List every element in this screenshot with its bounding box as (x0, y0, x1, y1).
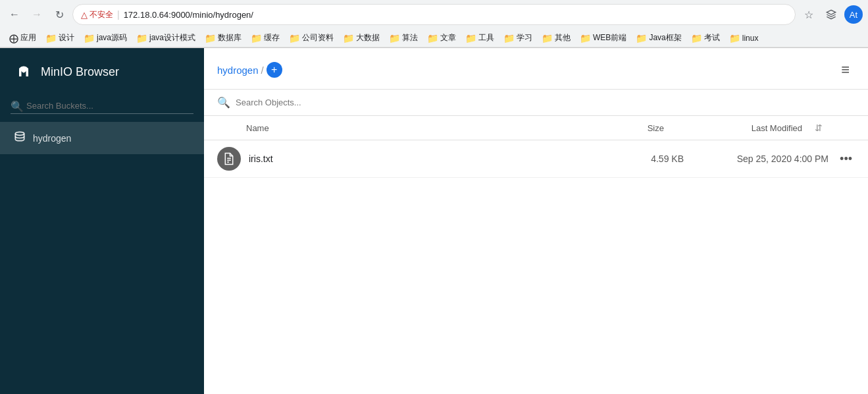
folder-icon: 📁 (427, 33, 438, 43)
bookmark-algorithm[interactable]: 📁 算法 (385, 31, 422, 45)
folder-icon: 📁 (580, 33, 591, 43)
app-container: MinIO Browser 🔍 hydrogen (0, 48, 868, 394)
col-sort-icon[interactable]: ⇵ (809, 123, 829, 133)
folder-icon: 📁 (503, 33, 515, 43)
col-size-header: Size (585, 123, 664, 133)
col-modified-header: Last Modified (664, 123, 809, 133)
folder-icon: 📁 (251, 33, 262, 43)
search-objects-input[interactable] (236, 98, 855, 107)
bookmarks-bar: ⨁ 应用 📁 设计 📁 java源码 📁 java设计模式 📁 数据库 📁 缓存… (0, 29, 868, 47)
bookmark-star-button[interactable]: ☆ (800, 5, 818, 24)
file-icon-cell (217, 147, 246, 171)
header-menu-button[interactable]: ≡ (836, 59, 855, 81)
extensions-button[interactable] (822, 5, 840, 24)
apps-icon: ⨁ (9, 33, 18, 43)
bucket-label-hydrogen: hydrogen (33, 133, 71, 144)
col-name-header: Name (246, 123, 585, 133)
breadcrumb-bucket-link[interactable]: hydrogen (217, 65, 259, 76)
bookmark-java-source[interactable]: 📁 java源码 (80, 31, 131, 45)
folder-icon: 📁 (636, 33, 647, 43)
folder-icon: 📁 (691, 33, 702, 43)
bookmark-article-label: 文章 (440, 32, 456, 43)
browser-toolbar: ← → ↻ △ 不安全 | ☆ At (0, 0, 868, 29)
bookmark-linux[interactable]: 📁 linux (725, 32, 763, 45)
main-content: hydrogen / + ≡ 🔍 Name Size Last Modified… (204, 48, 868, 394)
bookmark-java-framework[interactable]: 📁 Java框架 (632, 31, 685, 45)
warning-icon: △ (81, 10, 88, 20)
bookmark-java-pattern[interactable]: 📁 java设计模式 (132, 31, 199, 45)
security-warning: △ 不安全 (81, 9, 113, 20)
bookmark-bigdata[interactable]: 📁 大数据 (339, 31, 384, 45)
bookmark-apps-label: 应用 (20, 32, 36, 43)
folder-icon: 📁 (45, 33, 57, 43)
bookmark-company-label: 公司资料 (302, 32, 334, 43)
search-buckets-wrapper: 🔍 (11, 98, 193, 114)
folder-icon: 📁 (205, 33, 216, 43)
bookmark-other-label: 其他 (555, 32, 571, 43)
bookmark-database-label: 数据库 (218, 32, 242, 43)
breadcrumb: hydrogen / + (217, 62, 282, 86)
bucket-icon (13, 130, 26, 146)
sidebar: MinIO Browser 🔍 hydrogen (0, 48, 204, 394)
bookmark-linux-label: linux (742, 34, 759, 43)
sidebar-logo: MinIO Browser (0, 48, 204, 93)
bookmark-java-source-label: java源码 (97, 32, 127, 43)
bookmark-algorithm-label: 算法 (402, 32, 418, 43)
bookmark-java-pattern-label: java设计模式 (149, 32, 195, 43)
bookmark-exam[interactable]: 📁 考试 (687, 31, 724, 45)
folder-icon: 📁 (136, 33, 147, 43)
breadcrumb-separator: / (261, 65, 264, 76)
bookmark-java-framework-label: Java框架 (649, 32, 681, 43)
address-bar[interactable]: △ 不安全 | (72, 4, 796, 25)
file-modified: Sep 25, 2020 4:00 PM (684, 154, 829, 164)
main-header: hydrogen / + ≡ (204, 48, 868, 90)
folder-icon: 📁 (289, 33, 300, 43)
search-objects-container: 🔍 (204, 90, 868, 116)
add-folder-button[interactable]: + (267, 62, 282, 78)
bookmark-bigdata-label: 大数据 (356, 32, 380, 43)
sort-icon[interactable]: ⇵ (815, 123, 823, 133)
folder-icon: 📁 (542, 33, 553, 43)
folder-icon: 📁 (343, 33, 354, 43)
bookmark-other[interactable]: 📁 其他 (538, 31, 574, 45)
folder-icon: 📁 (84, 33, 95, 43)
search-objects-icon: 🔍 (217, 96, 230, 109)
table-header: Name Size Last Modified ⇵ (204, 116, 868, 140)
bookmark-cache[interactable]: 📁 缓存 (247, 31, 284, 45)
address-separator: | (117, 9, 120, 20)
file-type-icon (217, 147, 241, 171)
bookmark-apps[interactable]: ⨁ 应用 (5, 31, 40, 45)
search-buckets-container: 🔍 (0, 93, 204, 122)
account-button[interactable]: At (844, 5, 863, 24)
file-name: iris.txt (246, 154, 605, 164)
search-buckets-input[interactable] (11, 98, 193, 114)
svg-point-0 (15, 132, 24, 135)
security-text: 不安全 (89, 9, 113, 20)
bookmark-web-frontend-label: WEB前端 (593, 32, 626, 43)
back-button[interactable]: ← (5, 5, 24, 24)
bookmark-database[interactable]: 📁 数据库 (201, 31, 245, 45)
file-actions-cell: ••• (829, 151, 855, 167)
app-name: MinIO Browser (41, 65, 119, 79)
folder-icon: 📁 (389, 33, 400, 43)
bookmark-article[interactable]: 📁 文章 (423, 31, 460, 45)
minio-logo-icon (13, 61, 34, 82)
folder-icon: 📁 (465, 33, 476, 43)
bookmark-study-label: 学习 (517, 32, 532, 43)
file-more-button[interactable]: ••• (837, 151, 855, 167)
bookmark-design-label: 设计 (59, 32, 74, 43)
file-size: 4.59 KB (605, 154, 684, 164)
folder-icon: 📁 (729, 33, 740, 43)
bookmark-study[interactable]: 📁 学习 (499, 31, 536, 45)
table-row[interactable]: iris.txt 4.59 KB Sep 25, 2020 4:00 PM ••… (204, 140, 868, 178)
bookmark-company[interactable]: 📁 公司资料 (285, 31, 338, 45)
bucket-list: hydrogen (0, 122, 204, 394)
objects-table: Name Size Last Modified ⇵ (204, 116, 868, 394)
address-input[interactable] (124, 10, 787, 20)
bookmark-design[interactable]: 📁 设计 (41, 31, 78, 45)
bucket-item-hydrogen[interactable]: hydrogen (0, 122, 204, 154)
forward-button[interactable]: → (28, 5, 46, 24)
bookmark-web-frontend[interactable]: 📁 WEB前端 (576, 31, 630, 45)
bookmark-tools[interactable]: 📁 工具 (461, 31, 498, 45)
reload-button[interactable]: ↻ (50, 5, 68, 24)
